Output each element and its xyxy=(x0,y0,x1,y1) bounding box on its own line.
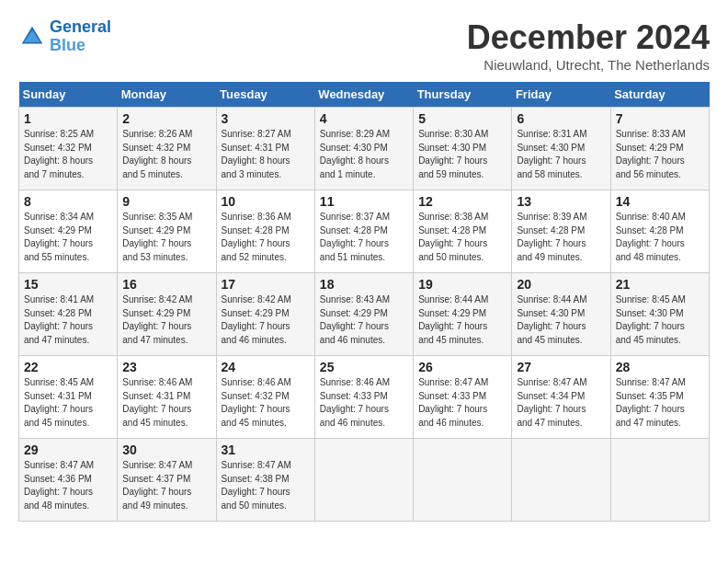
day-cell: 7Sunrise: 8:33 AM Sunset: 4:29 PM Daylig… xyxy=(610,108,709,190)
day-number: 21 xyxy=(616,277,704,292)
day-number: 22 xyxy=(24,360,112,374)
day-cell: 29Sunrise: 8:47 AM Sunset: 4:36 PM Dayli… xyxy=(19,439,118,522)
day-cell xyxy=(314,439,413,522)
day-cell: 25Sunrise: 8:46 AM Sunset: 4:33 PM Dayli… xyxy=(314,356,413,439)
day-cell: 8Sunrise: 8:34 AM Sunset: 4:29 PM Daylig… xyxy=(19,190,118,273)
weekday-header-friday: Friday xyxy=(512,82,610,108)
day-cell: 1Sunrise: 8:25 AM Sunset: 4:32 PM Daylig… xyxy=(19,108,118,190)
week-row-3: 15Sunrise: 8:41 AM Sunset: 4:28 PM Dayli… xyxy=(19,273,710,356)
logo-text: General Blue xyxy=(50,18,111,55)
day-info: Sunrise: 8:44 AM Sunset: 4:29 PM Dayligh… xyxy=(418,293,506,347)
day-info: Sunrise: 8:47 AM Sunset: 4:34 PM Dayligh… xyxy=(517,376,605,430)
day-cell: 10Sunrise: 8:36 AM Sunset: 4:28 PM Dayli… xyxy=(216,190,314,273)
day-info: Sunrise: 8:27 AM Sunset: 4:31 PM Dayligh… xyxy=(222,128,310,181)
day-cell: 6Sunrise: 8:31 AM Sunset: 4:30 PM Daylig… xyxy=(512,108,610,190)
day-info: Sunrise: 8:45 AM Sunset: 4:30 PM Dayligh… xyxy=(616,293,704,347)
day-number: 20 xyxy=(517,277,605,292)
day-info: Sunrise: 8:45 AM Sunset: 4:31 PM Dayligh… xyxy=(24,376,112,430)
day-number: 11 xyxy=(320,194,408,209)
day-info: Sunrise: 8:47 AM Sunset: 4:38 PM Dayligh… xyxy=(222,459,310,512)
day-number: 15 xyxy=(24,277,112,292)
day-cell xyxy=(414,439,512,522)
day-number: 9 xyxy=(122,194,210,209)
day-cell: 17Sunrise: 8:42 AM Sunset: 4:29 PM Dayli… xyxy=(216,273,314,356)
day-cell: 27Sunrise: 8:47 AM Sunset: 4:34 PM Dayli… xyxy=(512,356,610,439)
day-number: 5 xyxy=(418,111,506,126)
location-subtitle: Nieuwland, Utrecht, The Netherlands xyxy=(467,57,710,73)
day-number: 23 xyxy=(122,360,210,374)
day-number: 16 xyxy=(122,277,210,292)
day-info: Sunrise: 8:39 AM Sunset: 4:28 PM Dayligh… xyxy=(517,211,605,264)
day-info: Sunrise: 8:47 AM Sunset: 4:33 PM Dayligh… xyxy=(418,376,506,430)
day-info: Sunrise: 8:40 AM Sunset: 4:28 PM Dayligh… xyxy=(616,211,704,264)
day-number: 30 xyxy=(122,442,210,457)
day-number: 27 xyxy=(517,360,605,374)
day-cell: 20Sunrise: 8:44 AM Sunset: 4:30 PM Dayli… xyxy=(512,273,610,356)
day-number: 25 xyxy=(320,360,408,374)
day-number: 18 xyxy=(320,277,408,292)
day-info: Sunrise: 8:35 AM Sunset: 4:29 PM Dayligh… xyxy=(122,211,210,264)
day-cell: 24Sunrise: 8:46 AM Sunset: 4:32 PM Dayli… xyxy=(216,356,314,439)
weekday-header-tuesday: Tuesday xyxy=(216,82,314,108)
day-number: 29 xyxy=(24,442,112,457)
day-number: 6 xyxy=(517,111,605,126)
day-info: Sunrise: 8:43 AM Sunset: 4:29 PM Dayligh… xyxy=(320,293,408,347)
day-cell: 5Sunrise: 8:30 AM Sunset: 4:30 PM Daylig… xyxy=(414,108,512,190)
day-number: 7 xyxy=(616,111,704,126)
day-cell: 26Sunrise: 8:47 AM Sunset: 4:33 PM Dayli… xyxy=(414,356,512,439)
day-number: 1 xyxy=(24,111,112,126)
day-info: Sunrise: 8:34 AM Sunset: 4:29 PM Dayligh… xyxy=(24,211,112,264)
day-cell: 12Sunrise: 8:38 AM Sunset: 4:28 PM Dayli… xyxy=(414,190,512,273)
day-cell: 28Sunrise: 8:47 AM Sunset: 4:35 PM Dayli… xyxy=(610,356,709,439)
day-info: Sunrise: 8:47 AM Sunset: 4:36 PM Dayligh… xyxy=(24,459,112,512)
day-cell: 2Sunrise: 8:26 AM Sunset: 4:32 PM Daylig… xyxy=(118,108,216,190)
day-number: 13 xyxy=(517,194,605,209)
day-info: Sunrise: 8:29 AM Sunset: 4:30 PM Dayligh… xyxy=(320,128,408,181)
day-info: Sunrise: 8:41 AM Sunset: 4:28 PM Dayligh… xyxy=(24,293,112,347)
day-number: 17 xyxy=(222,277,310,292)
day-number: 31 xyxy=(222,442,310,457)
day-info: Sunrise: 8:46 AM Sunset: 4:32 PM Dayligh… xyxy=(222,376,310,430)
day-number: 26 xyxy=(418,360,506,374)
day-cell: 23Sunrise: 8:46 AM Sunset: 4:31 PM Dayli… xyxy=(118,356,216,439)
weekday-header-sunday: Sunday xyxy=(19,82,118,108)
month-title: December 2024 xyxy=(467,18,710,57)
day-cell: 14Sunrise: 8:40 AM Sunset: 4:28 PM Dayli… xyxy=(610,190,709,273)
day-info: Sunrise: 8:37 AM Sunset: 4:28 PM Dayligh… xyxy=(320,211,408,264)
day-cell: 13Sunrise: 8:39 AM Sunset: 4:28 PM Dayli… xyxy=(512,190,610,273)
weekday-header-thursday: Thursday xyxy=(414,82,512,108)
calendar-table: SundayMondayTuesdayWednesdayThursdayFrid… xyxy=(18,82,710,522)
weekday-header-saturday: Saturday xyxy=(610,82,709,108)
week-row-1: 1Sunrise: 8:25 AM Sunset: 4:32 PM Daylig… xyxy=(19,108,710,190)
day-cell: 9Sunrise: 8:35 AM Sunset: 4:29 PM Daylig… xyxy=(118,190,216,273)
week-row-2: 8Sunrise: 8:34 AM Sunset: 4:29 PM Daylig… xyxy=(19,190,710,273)
page-header: General Blue December 2024 Nieuwland, Ut… xyxy=(18,18,710,73)
weekday-header-wednesday: Wednesday xyxy=(314,82,413,108)
day-cell: 15Sunrise: 8:41 AM Sunset: 4:28 PM Dayli… xyxy=(19,273,118,356)
day-number: 3 xyxy=(222,111,310,126)
day-info: Sunrise: 8:42 AM Sunset: 4:29 PM Dayligh… xyxy=(122,293,210,347)
day-number: 10 xyxy=(222,194,310,209)
day-info: Sunrise: 8:26 AM Sunset: 4:32 PM Dayligh… xyxy=(122,128,210,181)
day-info: Sunrise: 8:44 AM Sunset: 4:30 PM Dayligh… xyxy=(517,293,605,347)
day-number: 4 xyxy=(320,111,408,126)
weekday-header-row: SundayMondayTuesdayWednesdayThursdayFrid… xyxy=(19,82,710,108)
day-number: 14 xyxy=(616,194,704,209)
day-cell: 19Sunrise: 8:44 AM Sunset: 4:29 PM Dayli… xyxy=(414,273,512,356)
day-cell: 31Sunrise: 8:47 AM Sunset: 4:38 PM Dayli… xyxy=(216,439,314,522)
day-info: Sunrise: 8:30 AM Sunset: 4:30 PM Dayligh… xyxy=(418,128,506,181)
day-info: Sunrise: 8:46 AM Sunset: 4:33 PM Dayligh… xyxy=(320,376,408,430)
logo: General Blue xyxy=(18,18,111,55)
day-cell xyxy=(512,439,610,522)
day-number: 8 xyxy=(24,194,112,209)
day-info: Sunrise: 8:42 AM Sunset: 4:29 PM Dayligh… xyxy=(222,293,310,347)
day-info: Sunrise: 8:25 AM Sunset: 4:32 PM Dayligh… xyxy=(24,128,112,181)
week-row-5: 29Sunrise: 8:47 AM Sunset: 4:36 PM Dayli… xyxy=(19,439,710,522)
day-number: 28 xyxy=(616,360,704,374)
day-cell: 4Sunrise: 8:29 AM Sunset: 4:30 PM Daylig… xyxy=(314,108,413,190)
day-cell xyxy=(610,439,709,522)
day-info: Sunrise: 8:47 AM Sunset: 4:37 PM Dayligh… xyxy=(122,459,210,512)
day-info: Sunrise: 8:33 AM Sunset: 4:29 PM Dayligh… xyxy=(616,128,704,181)
day-cell: 3Sunrise: 8:27 AM Sunset: 4:31 PM Daylig… xyxy=(216,108,314,190)
day-cell: 30Sunrise: 8:47 AM Sunset: 4:37 PM Dayli… xyxy=(118,439,216,522)
